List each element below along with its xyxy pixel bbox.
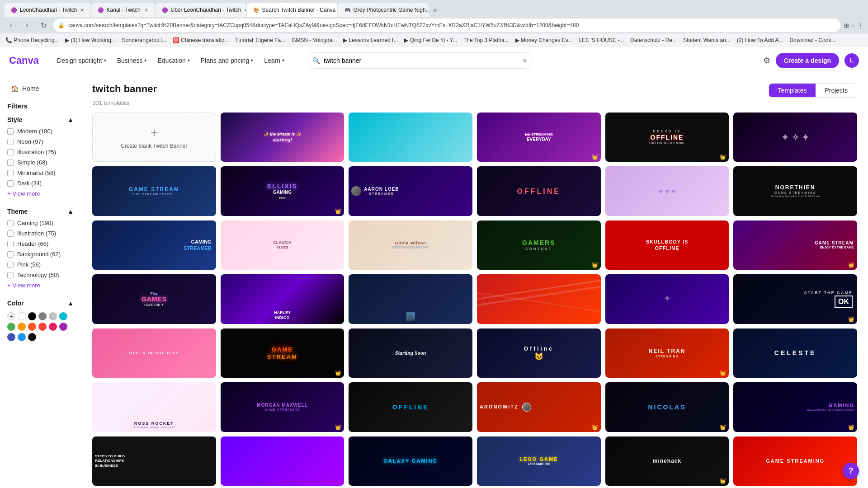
template-card-purple-neon2[interactable]: ✦	[605, 274, 729, 324]
nav-education[interactable]: Education ▾	[153, 54, 194, 67]
canva-logo[interactable]: Canva	[9, 55, 39, 66]
search-clear-icon[interactable]: ✕	[522, 57, 528, 64]
nav-design-spotlight[interactable]: Design spotlight ▾	[52, 54, 111, 67]
template-card-offline-dark2[interactable]: OFFLINE	[349, 382, 472, 432]
template-card-minehack[interactable]: minehack 👑	[605, 436, 729, 486]
toggle-templates[interactable]: Templates	[769, 84, 816, 97]
nav-learn[interactable]: Learn ▾	[259, 54, 289, 67]
browser-tab-1[interactable]: 🟣 Kanal - Twitch ✕	[91, 3, 155, 17]
template-card-celeste[interactable]: CELESTE	[733, 328, 857, 378]
bookmark-3[interactable]: 🈲 Chinese translatio...	[173, 37, 229, 43]
tab-close-0[interactable]: ✕	[80, 7, 84, 13]
swatch-silver[interactable]	[49, 312, 57, 320]
style-item-dark[interactable]: Dark (34)	[0, 178, 81, 188]
template-card-gaming-streamer[interactable]: GAMING STREAMER	[92, 221, 216, 270]
template-card-game-streaming-last[interactable]: GAME STREAMING	[733, 436, 857, 486]
bookmark-12[interactable]: Student Wants an...	[683, 37, 731, 43]
template-card-relationships[interactable]: STEPS TO BUILDRELATIONSHIPSIN BUSINESS	[92, 436, 216, 486]
style-item-simple[interactable]: Simple (68)	[0, 157, 81, 168]
template-card-red-action[interactable]	[477, 274, 601, 324]
create-blank-card[interactable]: + Create blank Twitch Banner	[92, 113, 216, 162]
template-card-gamers[interactable]: GAMERS CONTENT 👑	[477, 221, 601, 270]
style-item-minimalist[interactable]: Minimalist (58)	[0, 168, 81, 178]
swatch-orange[interactable]	[18, 323, 26, 331]
help-button[interactable]: ?	[843, 463, 859, 479]
style-item-neon[interactable]: Neon (97)	[0, 136, 81, 147]
template-card-offline-purple[interactable]: OFFLINE	[477, 166, 601, 216]
template-card-lego-game[interactable]: LEGO GAME Let 5 Start The	[477, 436, 601, 486]
style-checkbox-minimalist[interactable]	[7, 170, 14, 176]
theme-view-more[interactable]: +View more	[0, 280, 81, 291]
browser-tab-4[interactable]: 🎮 Grey Photocentric Game Nigh... ✕	[338, 3, 429, 17]
browser-tab-2[interactable]: 🟣 Über LeonChaudhari - Twitch ✕	[156, 3, 246, 17]
create-design-button[interactable]: Create a design	[776, 53, 839, 68]
template-card-stream-starting[interactable]: ✨ the stream is ✨ starting!	[221, 113, 344, 162]
template-card-galaxy-gaming[interactable]: GALAXY GAMING	[349, 436, 472, 486]
template-card-ross-rocket[interactable]: ROSS ROCKET STREAMING EVERY THURSDAY	[92, 382, 216, 432]
nav-plans[interactable]: Plans and pricing ▾	[196, 54, 258, 67]
browser-tab-3[interactable]: 🎨 Search Twitch Banner - Canva ✕	[247, 3, 337, 17]
swatch-red[interactable]	[38, 323, 47, 331]
template-card-morgan-maxwell[interactable]: MORGAN MAXWELL GAME STREAMING 👑	[221, 382, 344, 432]
template-card-aronowitz[interactable]: ARONOWITZ 👑	[477, 382, 601, 432]
theme-section-header[interactable]: Theme ▲	[0, 205, 81, 218]
style-item-modern[interactable]: Modern (180)	[0, 126, 81, 136]
template-card-game-stream-red[interactable]: GAME STREAM ENJOY TO THE GAME 👑	[733, 221, 857, 270]
avatar[interactable]: L	[844, 53, 859, 68]
bookmark-9[interactable]: ▶ Money Changes Es...	[515, 37, 573, 43]
bookmark-7[interactable]: ▶ Qing Fei De Yi - Y...	[404, 37, 457, 43]
template-card-harley-indigo[interactable]: HARLEY INDIGO	[221, 274, 344, 324]
new-tab-btn[interactable]: +	[429, 3, 441, 17]
style-view-more[interactable]: +View more	[0, 188, 81, 199]
toggle-projects[interactable]: Projects	[816, 84, 857, 97]
style-checkbox-dark[interactable]	[7, 180, 14, 187]
reload-btn[interactable]: ↻	[37, 19, 50, 32]
nav-business[interactable]: Business ▾	[113, 54, 151, 67]
template-card-aaron-loeb[interactable]: AARON LOEB STREAMER	[349, 166, 472, 216]
style-checkbox-modern[interactable]	[7, 128, 14, 135]
bookmark-10[interactable]: LEE 'S HOUSE -...	[579, 37, 624, 43]
template-card-purple-gradient[interactable]	[221, 436, 344, 486]
swatch-blue[interactable]	[18, 333, 26, 341]
template-card-ellixis[interactable]: ELLIXIS GAMING ▶▶▶ 👑	[221, 166, 344, 216]
swatch-black[interactable]	[28, 312, 36, 320]
template-card-teal[interactable]	[349, 113, 472, 162]
template-card-city-blue[interactable]: 🏙️	[349, 274, 472, 324]
template-card-neil-tran[interactable]: NEIL TRAN STREAMING 👑	[605, 328, 729, 378]
template-card-heart-purple[interactable]: ♥ ♥ ♥	[605, 166, 729, 216]
bookmark-4[interactable]: Tutorial: Eigene Fa...	[235, 37, 285, 43]
bookmark-13[interactable]: (2) How To Add A...	[737, 37, 783, 43]
theme-item-technology[interactable]: Technology (50)	[0, 270, 81, 280]
template-card-starting-soon[interactable]: Starting Soon	[349, 328, 472, 378]
template-card-olivia-wilson[interactable]: Olivia Wilson STREAMING EVERYDAY	[349, 221, 472, 270]
url-bar[interactable]: 🔒 canva.com/search/templates?q=Twitch%20…	[53, 19, 840, 32]
style-checkbox-simple[interactable]	[7, 160, 14, 166]
bookmark-6[interactable]: ▶ Lessons Learned f...	[343, 37, 398, 43]
bookmark-5[interactable]: GMSN - Vologda...	[292, 37, 337, 43]
theme-item-illustration[interactable]: Illustration (75)	[0, 228, 81, 239]
swatch-purple[interactable]	[59, 323, 67, 331]
bookmark-0[interactable]: 📞 Phone Recycling...	[5, 37, 59, 43]
sidebar-home[interactable]: 🏠 Home	[4, 81, 77, 96]
template-card-norethien[interactable]: NORETHIEN GAME STREAMING Streaming Every…	[733, 166, 857, 216]
search-input[interactable]	[307, 52, 533, 69]
template-card-skullbody[interactable]: SKULLBODY IS OFFLINE	[605, 221, 729, 270]
style-item-illustration[interactable]: Illustration (75)	[0, 147, 81, 157]
style-checkbox-neon[interactable]	[7, 139, 14, 145]
forward-btn[interactable]: ›	[21, 19, 33, 32]
template-card-dark-space[interactable]: ✦ ✧ ✦	[733, 113, 857, 162]
tab-close-1[interactable]: ✕	[144, 7, 148, 13]
swatch-pink[interactable]	[49, 323, 57, 331]
theme-item-header[interactable]: Header (66)	[0, 239, 81, 249]
theme-item-pink[interactable]: Pink (56)	[0, 259, 81, 270]
settings-icon[interactable]: ⚙	[763, 56, 770, 66]
swatch-green[interactable]	[7, 323, 15, 331]
swatch-gray[interactable]	[38, 312, 47, 320]
swatch-dark[interactable]	[28, 333, 36, 341]
theme-item-gaming[interactable]: Gaming (190)	[0, 218, 81, 228]
template-card-start-game[interactable]: START THE GAME OK 👑	[733, 274, 857, 324]
template-card-play-games[interactable]: Play GAMES HAVE FUN ✦	[92, 274, 216, 324]
bookmark-14[interactable]: Download - Cook...	[789, 37, 835, 43]
bookmark-2[interactable]: Sonderangebot l...	[122, 37, 166, 43]
template-card-game-stream-fire[interactable]: GAME STREAM 👑	[221, 328, 344, 378]
